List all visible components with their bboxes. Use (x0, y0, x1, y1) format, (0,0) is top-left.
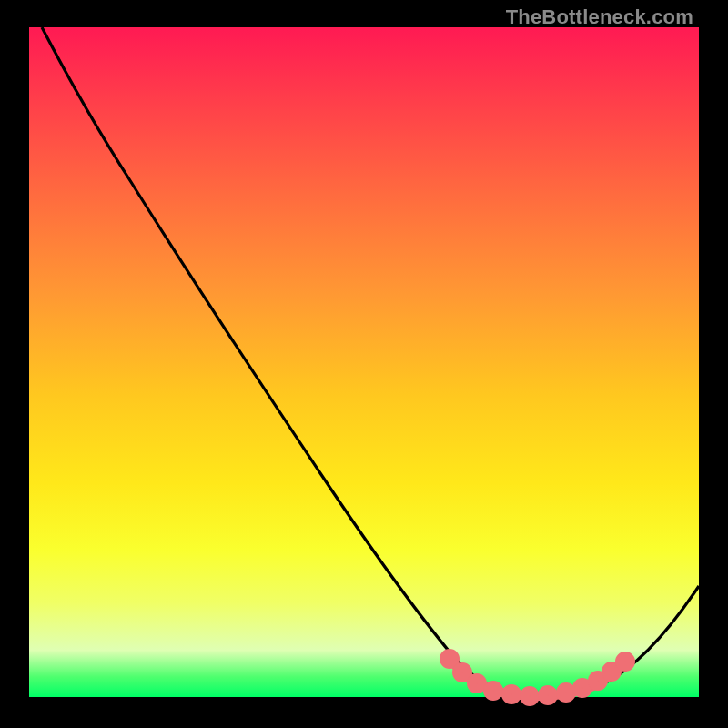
svg-point-7 (561, 687, 571, 698)
svg-point-9 (592, 675, 603, 686)
svg-point-8 (577, 682, 588, 693)
svg-point-2 (471, 678, 482, 689)
svg-point-0 (444, 653, 455, 664)
svg-point-1 (457, 667, 468, 678)
chart-svg (29, 27, 699, 697)
svg-point-3 (488, 685, 499, 696)
watermark-text: TheBottleneck.com (506, 5, 693, 29)
svg-point-6 (542, 690, 553, 701)
svg-point-11 (620, 656, 631, 667)
optimal-range-highlight (444, 653, 631, 702)
series-curve (42, 27, 699, 696)
svg-point-5 (524, 691, 535, 702)
svg-point-10 (606, 666, 617, 677)
chart-frame: TheBottleneck.com (0, 0, 728, 728)
svg-point-4 (506, 689, 517, 700)
